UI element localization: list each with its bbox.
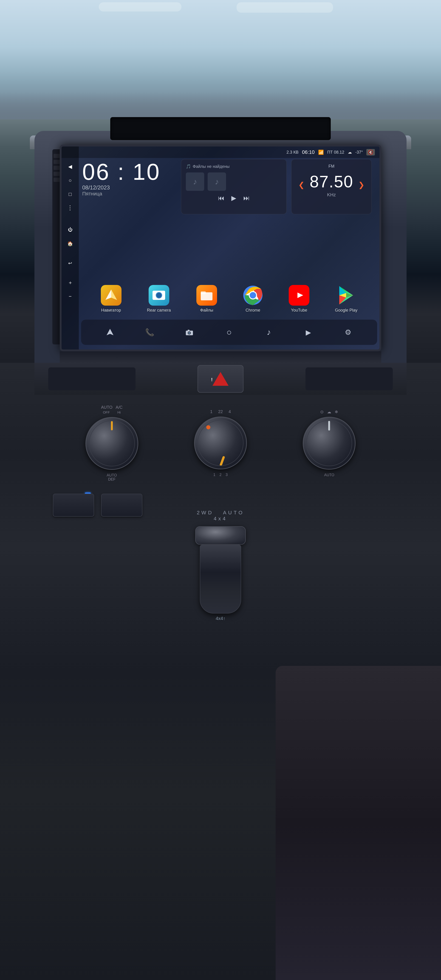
navigation-bar: ◀ ○ □ ⋮ ⏻ 🏠 ↩ ＋ − [62,146,79,350]
ac-knob-bottom-label: AUTODEF [107,473,117,482]
app-icons-row: Навигатор Rear camera Файлы [81,285,377,313]
app-chrome[interactable]: Chrome [242,285,263,313]
dock-camera[interactable] [182,325,197,340]
fan-orange-dot [206,425,210,430]
temperature-display: -37° [355,150,363,155]
temp-knob-ring [306,420,352,466]
app-files[interactable]: Файлы [196,285,217,313]
clock-day-display: Пятница [82,191,161,197]
ac-knob[interactable] [86,417,138,470]
hazard-exclamation: ! [211,377,213,382]
status-time: 06:10 [302,149,315,155]
temp-knob-bottom-label: AUTO [324,473,334,477]
camera-lens [156,292,162,299]
music-prev-button[interactable]: ⏮ [218,194,224,202]
music-play-button[interactable]: ▶ [231,194,236,202]
fan-knob-bottom-label: 1 2 3 [213,473,228,477]
hazard-button[interactable]: ! [197,365,244,393]
seat-area [275,666,441,980]
temp-knob-top-label: ⊙ ☁ ❄ [320,409,338,414]
album-art-note-2: ♪ [215,177,219,186]
dock-phone[interactable]: 📞 [142,325,157,340]
camera-inner [153,291,165,300]
home-icon-2[interactable]: 🏠 [64,237,77,250]
music-note-header: 🎵 [186,164,191,169]
switch-button-2[interactable] [101,494,142,517]
status-bar-right: 2.3 КВ 06:10 📶 ПТ 08.12 ☁ -37° 🔇 [287,149,375,156]
data-usage: 2.3 КВ [287,150,299,155]
controls-row-top: ! [35,363,406,395]
music-album-art-2: ♪ [208,172,226,191]
gear-4x4-label: 4x4↑ [216,616,225,621]
clock-widget: 06 : 10 08/12/2023 Пятница [82,160,161,197]
radio-next-button[interactable]: ❯ [356,178,367,191]
app-google-play[interactable]: Google Play [335,285,357,313]
dock-navigation-arrow[interactable] [103,325,118,340]
album-art-note-1: ♪ [193,177,197,186]
side-btn-5[interactable] [54,178,60,182]
google-play-label: Google Play [335,308,357,313]
music-next-button[interactable]: ⏭ [243,194,250,202]
dock-video[interactable]: ▶ [301,325,316,340]
radio-frequency-row: ❮ 87.50 KHz ❯ [296,172,367,197]
svg-marker-15 [107,329,113,335]
rear-camera-icon [149,285,169,305]
files-label: Файлы [200,308,213,313]
youtube-label: YouTube [291,308,307,313]
storage-slot [110,117,331,140]
fan-knob-top-label: 1 22 4 [210,409,231,414]
fan-knob-ring [197,420,244,466]
undo-button[interactable]: ↩ [64,257,77,269]
svg-rect-19 [188,330,189,331]
dock-music[interactable]: ♪ [261,325,276,340]
youtube-icon [289,285,309,305]
chrome-svg [242,285,263,305]
weather-icon: ☁ [348,150,352,155]
volume-up-button[interactable]: ＋ [64,276,77,289]
side-btn-4[interactable] [54,172,60,176]
fan-knob[interactable] [194,417,247,469]
volume-down-button[interactable]: − [64,290,77,302]
radio-prev-button[interactable]: ❮ [296,178,307,191]
date-display: ПТ 08.12 [327,150,344,155]
svg-rect-3 [201,291,206,294]
rear-camera-label: Rear camera [147,308,171,313]
mute-icon[interactable]: 🔇 [366,149,375,156]
app-youtube[interactable]: YouTube [289,285,309,313]
radio-freq-display: 87.50 KHz [310,172,353,197]
snow-scene [0,0,441,119]
menu-button[interactable]: ⋮ [64,202,77,214]
music-header: 🎵 Файлы не найдены [186,164,282,169]
power-button[interactable]: ⏻ [64,223,77,236]
music-controls: ⏮ ▶ ⏭ [186,194,282,202]
bottom-switches [53,494,142,517]
navigator-label: Навигатор [101,308,121,313]
temp-knob[interactable] [303,417,355,469]
music-widget: 🎵 Файлы не найдены ♪ ♪ ⏮ ▶ ⏭ [181,159,287,214]
files-icon [196,285,217,305]
radio-label: FM [296,164,367,169]
side-btn-1[interactable] [54,154,60,158]
app-navigator[interactable]: Навигатор [101,285,121,313]
recent-apps-button[interactable]: □ [64,188,77,200]
status-bar: 2.3 КВ 06:10 📶 ПТ 08.12 ☁ -37° 🔇 [62,146,379,158]
temp-knob-container: ⊙ ☁ ❄ AUTO [303,409,355,477]
navigator-icon [101,285,121,305]
app-rear-camera[interactable]: Rear camera [147,285,171,313]
side-btn-3[interactable] [54,166,60,170]
gear-shifter-area: 2WD AUTO4x4 4x4↑ [161,510,280,666]
chrome-label: Chrome [245,308,260,313]
gear-knob-body[interactable] [200,545,241,614]
gear-labels: 2WD AUTO4x4 [197,510,244,522]
radio-frequency-unit: KHz [310,192,353,197]
side-btn-2[interactable] [54,160,60,164]
dock-settings[interactable]: ⚙ [341,325,355,340]
navigator-svg [104,288,118,302]
home-button[interactable]: ○ [64,174,77,187]
gear-knob-grip-top [195,526,246,545]
wifi-icon: 📶 [318,150,324,155]
switch-button-1[interactable] [53,494,94,517]
dock-home-circle[interactable]: ○ [222,325,237,340]
back-button[interactable]: ◀ [64,160,77,173]
fan-knob-container: 1 22 4 1 2 3 [194,409,247,477]
